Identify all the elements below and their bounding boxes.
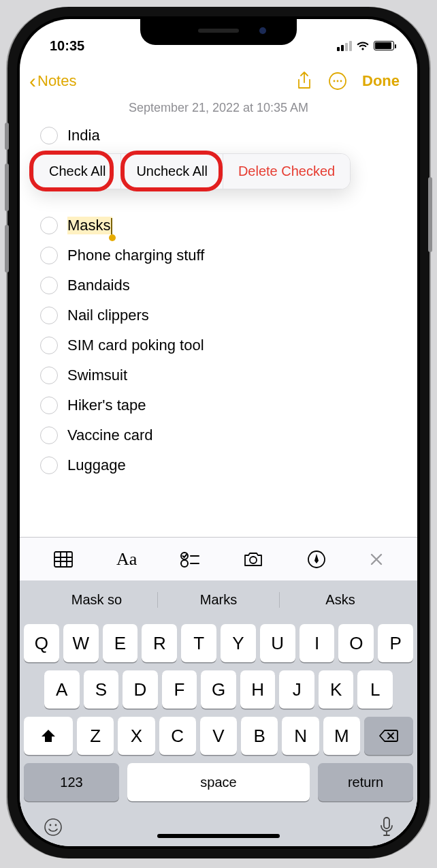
key-c[interactable]: C [159, 717, 196, 755]
checkbox[interactable] [40, 217, 58, 234]
key-r[interactable]: R [142, 624, 177, 662]
item-text[interactable]: Phone charging stuff [67, 247, 204, 264]
key-d[interactable]: D [123, 670, 158, 709]
key-e[interactable]: E [103, 624, 138, 662]
backspace-key[interactable] [364, 717, 413, 755]
svg-point-10 [50, 824, 52, 826]
item-text[interactable]: Nail clippers [67, 307, 149, 324]
emoji-button[interactable] [43, 817, 63, 837]
item-text[interactable]: Masks [67, 217, 112, 234]
share-icon [295, 71, 313, 91]
checkbox[interactable] [40, 337, 58, 354]
home-indicator[interactable] [157, 834, 280, 838]
key-m[interactable]: M [323, 717, 360, 755]
key-row: A S D F G H J K L [24, 670, 413, 709]
svg-point-3 [340, 80, 342, 82]
checklist-item[interactable]: Vaccine card [40, 420, 417, 450]
key-g[interactable]: G [201, 670, 236, 709]
item-text[interactable]: Hiker's tape [67, 397, 146, 414]
key-j[interactable]: J [279, 670, 314, 709]
checkbox[interactable] [40, 127, 58, 144]
checklist-item[interactable]: Hiker's tape [40, 390, 417, 420]
item-text[interactable]: Swimsuit [67, 367, 127, 384]
markup-button[interactable] [303, 550, 330, 569]
key-z[interactable]: Z [77, 717, 114, 755]
suggestion[interactable]: Asks [280, 592, 417, 608]
key-b[interactable]: B [241, 717, 278, 755]
key-y[interactable]: Y [221, 624, 256, 662]
checklist-item[interactable]: India [40, 121, 417, 151]
key-s[interactable]: S [84, 670, 119, 709]
svg-point-7 [250, 557, 257, 563]
checklist-item[interactable]: Swimsuit [40, 360, 417, 390]
checklist-item[interactable]: Phone charging stuff [40, 241, 417, 270]
checkbox[interactable] [40, 456, 58, 474]
checkbox[interactable] [40, 277, 58, 294]
return-key[interactable]: return [318, 763, 413, 801]
backspace-icon [378, 728, 399, 743]
checklist-button[interactable] [176, 551, 204, 568]
key-x[interactable]: X [118, 717, 155, 755]
suggestion[interactable]: Marks [158, 592, 280, 608]
item-text[interactable]: SIM card poking tool [67, 337, 204, 354]
svg-point-11 [55, 824, 57, 826]
status-time: 10:35 [50, 38, 84, 54]
checklist-item[interactable]: Luggage [40, 450, 417, 480]
checklist-item[interactable]: Masks [40, 211, 417, 241]
camera-button[interactable] [238, 551, 268, 568]
checklist-item[interactable]: Nail clippers [40, 300, 417, 330]
checkbox[interactable] [40, 397, 58, 414]
key-u[interactable]: U [260, 624, 295, 662]
camera-icon [242, 551, 264, 568]
key-p[interactable]: P [378, 624, 413, 662]
selection-handle-icon[interactable] [109, 234, 116, 241]
key-k[interactable]: K [319, 670, 354, 709]
back-button[interactable]: ‹ Notes [29, 71, 76, 91]
key-v[interactable]: V [200, 717, 237, 755]
checkbox[interactable] [40, 427, 58, 444]
key-o[interactable]: O [338, 624, 374, 662]
battery-icon [374, 41, 394, 50]
key-row: Q W E R T Y U I O P [24, 624, 413, 662]
key-l[interactable]: L [357, 670, 393, 709]
svg-rect-12 [384, 818, 389, 828]
annotation-callout [120, 151, 223, 191]
shift-key[interactable] [24, 717, 73, 755]
key-t[interactable]: T [181, 624, 216, 662]
more-button[interactable] [328, 72, 347, 91]
table-button[interactable] [49, 551, 78, 568]
item-text[interactable]: Bandaids [67, 277, 130, 294]
chevron-left-icon: ‹ [29, 71, 36, 91]
checkbox[interactable] [40, 307, 58, 324]
suggestion[interactable]: Mask so [20, 592, 158, 608]
text-style-button[interactable]: Aa [112, 549, 141, 570]
dictation-button[interactable] [379, 816, 394, 838]
checkbox[interactable] [40, 367, 58, 384]
mic-icon [379, 816, 394, 838]
keyboard[interactable]: Mask so Marks Asks Q W E R T Y U [20, 580, 417, 846]
item-text[interactable]: India [67, 127, 100, 144]
key-n[interactable]: N [282, 717, 319, 755]
delete-checked-button[interactable]: Delete Checked [223, 154, 350, 189]
done-button[interactable]: Done [362, 72, 400, 90]
checklist-item[interactable]: SIM card poking tool [40, 330, 417, 360]
key-a[interactable]: A [44, 670, 80, 709]
numbers-key[interactable]: 123 [24, 763, 119, 801]
checklist-item[interactable]: Bandaids [40, 270, 417, 300]
checklist[interactable]: Check All Uncheck All Delete Checked Ind… [20, 118, 417, 480]
note-date: September 21, 2022 at 10:35 AM [20, 95, 417, 118]
checkbox[interactable] [40, 247, 58, 264]
key-w[interactable]: W [63, 624, 99, 662]
item-text[interactable]: Vaccine card [67, 427, 153, 444]
key-h[interactable]: H [240, 670, 276, 709]
close-toolbar-button[interactable] [365, 552, 388, 567]
key-i[interactable]: I [300, 624, 335, 662]
key-q[interactable]: Q [24, 624, 59, 662]
space-key[interactable]: space [127, 763, 310, 801]
svg-point-2 [337, 80, 339, 82]
share-button[interactable] [295, 71, 313, 91]
item-text[interactable]: Luggage [67, 456, 126, 474]
format-toolbar: Aa [20, 537, 417, 580]
key-f[interactable]: F [162, 670, 197, 709]
suggestion-bar: Mask so Marks Asks [20, 580, 417, 619]
